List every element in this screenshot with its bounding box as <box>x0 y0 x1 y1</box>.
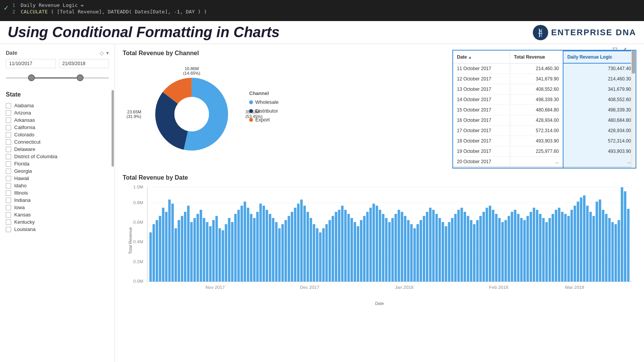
bar[interactable] <box>407 220 409 282</box>
bar[interactable] <box>442 222 444 282</box>
table-row[interactable]: 12 October 2017 341,679.90 214,460.30 <box>453 74 635 84</box>
bar[interactable] <box>570 210 573 282</box>
bar[interactable] <box>366 212 368 282</box>
col-logic-header[interactable]: Daily Revenue Logic <box>563 51 635 63</box>
bar[interactable] <box>621 187 623 282</box>
bar[interactable] <box>504 220 507 282</box>
state-checkbox[interactable] <box>6 198 11 203</box>
bar[interactable] <box>614 224 617 282</box>
state-checkbox[interactable] <box>6 154 11 159</box>
bar[interactable] <box>256 212 258 282</box>
bar[interactable] <box>498 218 501 282</box>
bar[interactable] <box>432 210 434 282</box>
bar[interactable] <box>379 210 381 282</box>
bar[interactable] <box>382 214 384 282</box>
bar[interactable] <box>602 210 604 282</box>
col-revenue-header[interactable]: Total Revenue <box>510 51 563 63</box>
bar[interactable] <box>159 216 161 282</box>
slider-thumb-left[interactable] <box>28 74 35 81</box>
bar[interactable] <box>360 220 362 282</box>
bar[interactable] <box>162 208 164 282</box>
bar[interactable] <box>542 218 544 282</box>
bar[interactable] <box>463 212 466 282</box>
state-checkbox[interactable] <box>6 205 11 210</box>
bar[interactable] <box>423 216 425 282</box>
bar[interactable] <box>476 220 478 282</box>
bar[interactable] <box>284 220 287 282</box>
bar[interactable] <box>608 218 611 282</box>
state-item[interactable]: Hawaii <box>6 175 109 182</box>
bar[interactable] <box>536 210 538 282</box>
bar[interactable] <box>288 216 290 282</box>
table-row[interactable]: 20 October 2017 ... ... <box>453 157 635 167</box>
bar[interactable] <box>495 214 497 282</box>
bar[interactable] <box>511 212 513 282</box>
bar[interactable] <box>530 212 532 282</box>
bar[interactable] <box>300 200 302 282</box>
bar[interactable] <box>350 218 353 282</box>
state-item[interactable]: Kentucky <box>6 218 109 226</box>
bar[interactable] <box>492 210 494 282</box>
state-checkbox[interactable] <box>6 161 11 167</box>
state-item[interactable]: Arkansas <box>6 116 109 124</box>
state-item[interactable]: Illinois <box>6 189 109 197</box>
bar[interactable] <box>209 226 211 282</box>
state-item[interactable]: Indiana <box>6 197 109 204</box>
bar[interactable] <box>451 218 453 282</box>
bar[interactable] <box>388 222 391 282</box>
bar[interactable] <box>483 212 485 282</box>
bar[interactable] <box>555 210 557 282</box>
bar[interactable] <box>344 210 347 282</box>
bar[interactable] <box>231 222 233 282</box>
bar[interactable] <box>479 216 481 282</box>
bar[interactable] <box>329 220 331 282</box>
bar[interactable] <box>564 214 567 282</box>
bar[interactable] <box>470 220 472 282</box>
bar[interactable] <box>445 226 447 282</box>
date-range-slider[interactable] <box>6 72 109 84</box>
bar[interactable] <box>275 222 278 282</box>
state-checkbox[interactable] <box>6 176 11 181</box>
bar[interactable] <box>322 228 325 282</box>
bar[interactable] <box>385 218 387 282</box>
slider-thumb-right[interactable] <box>77 74 84 81</box>
bar[interactable] <box>539 214 541 282</box>
table-row[interactable]: 18 October 2017 493,903.90 572,314.00 <box>453 136 635 146</box>
bar[interactable] <box>200 210 202 282</box>
bar[interactable] <box>391 218 394 282</box>
diamond-icon[interactable]: ◇ <box>100 50 104 56</box>
chevron-down-icon[interactable]: ▾ <box>106 50 109 56</box>
state-item[interactable]: Delaware <box>6 146 109 153</box>
state-item[interactable]: California <box>6 124 109 131</box>
state-checkbox[interactable] <box>6 227 11 232</box>
bar[interactable] <box>263 206 265 282</box>
bar[interactable] <box>558 208 560 282</box>
bar[interactable] <box>508 216 510 282</box>
bar[interactable] <box>523 220 526 282</box>
bar[interactable] <box>253 218 255 282</box>
table-scrollbar[interactable] <box>631 51 636 168</box>
bar[interactable] <box>618 220 620 282</box>
bar[interactable] <box>593 216 595 282</box>
table-row[interactable]: 16 October 2017 428,934.00 480,684.80 <box>453 115 635 126</box>
bar[interactable] <box>219 228 221 282</box>
bar[interactable] <box>624 191 626 282</box>
bar[interactable] <box>187 206 189 282</box>
bar[interactable] <box>363 216 365 282</box>
bar[interactable] <box>577 201 579 282</box>
state-item[interactable]: Idaho <box>6 182 109 189</box>
bar[interactable] <box>370 208 372 282</box>
bar[interactable] <box>460 208 463 282</box>
bar[interactable] <box>373 204 375 282</box>
bar[interactable] <box>313 224 315 282</box>
bar[interactable] <box>605 214 607 282</box>
bar[interactable] <box>291 212 293 282</box>
bar[interactable] <box>552 214 554 282</box>
bar[interactable] <box>520 218 522 282</box>
state-item[interactable]: Arizona <box>6 109 109 116</box>
state-item[interactable]: Kansas <box>6 211 109 218</box>
bar[interactable] <box>426 212 428 282</box>
bar[interactable] <box>517 214 519 282</box>
bar[interactable] <box>297 204 299 282</box>
bar[interactable] <box>171 204 174 282</box>
